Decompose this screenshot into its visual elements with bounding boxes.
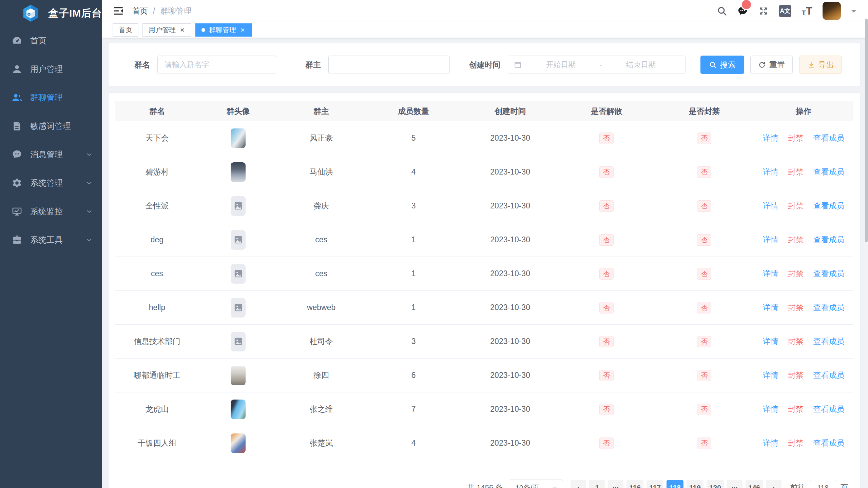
group-avatar bbox=[231, 298, 246, 318]
dissolved-badge: 否 bbox=[599, 133, 614, 144]
tab-user-management[interactable]: 用户管理 bbox=[142, 23, 191, 37]
ban-link[interactable]: 封禁 bbox=[788, 167, 804, 176]
ban-link[interactable]: 封禁 bbox=[788, 439, 804, 447]
ban-link[interactable]: 封禁 bbox=[788, 337, 804, 346]
view-members-link[interactable]: 查看成员 bbox=[813, 303, 844, 312]
ban-link[interactable]: 封禁 bbox=[788, 405, 804, 413]
view-members-link[interactable]: 查看成员 bbox=[813, 269, 844, 278]
detail-link[interactable]: 详情 bbox=[763, 134, 778, 142]
created-time-cell: 2023-10-30 bbox=[462, 426, 558, 460]
doc-icon bbox=[12, 121, 22, 131]
chevron-down-icon[interactable] bbox=[851, 10, 856, 15]
owner-input[interactable] bbox=[328, 56, 450, 74]
ban-link[interactable]: 封禁 bbox=[788, 134, 804, 142]
group-avatar-cell bbox=[199, 426, 278, 460]
reset-button[interactable]: 重置 bbox=[750, 56, 793, 74]
sidebar-fold-icon[interactable] bbox=[113, 5, 124, 17]
view-members-link[interactable]: 查看成员 bbox=[813, 235, 844, 244]
view-members-link[interactable]: 查看成员 bbox=[813, 371, 844, 380]
group-avatar bbox=[231, 332, 246, 351]
sidebar-item-sensitive-words[interactable]: 敏感词管理 bbox=[0, 112, 102, 140]
page-button-117[interactable]: 117 bbox=[647, 480, 663, 488]
detail-link[interactable]: 详情 bbox=[763, 303, 778, 312]
banned-cell: 否 bbox=[655, 325, 754, 359]
sidebar-item-user-management[interactable]: 用户管理 bbox=[0, 55, 102, 83]
detail-link[interactable]: 详情 bbox=[763, 201, 778, 210]
ban-link[interactable]: 封禁 bbox=[788, 371, 804, 380]
page-button-116[interactable]: 116 bbox=[626, 480, 643, 488]
tab-group-management[interactable]: 群聊管理 bbox=[195, 23, 252, 37]
font-size-icon[interactable]: TT bbox=[802, 6, 812, 16]
group-avatar-cell bbox=[199, 392, 278, 426]
chevron-down-icon bbox=[85, 236, 93, 244]
detail-link[interactable]: 详情 bbox=[763, 439, 778, 447]
group-avatar bbox=[231, 196, 246, 216]
group-avatar bbox=[231, 433, 246, 453]
table-row: 碧游村 马仙洪 4 2023-10-30 否 否 详情 封禁 查看成员 bbox=[115, 155, 853, 189]
col-dissolved: 是否解散 bbox=[558, 101, 655, 121]
tab-home[interactable]: 首页 bbox=[113, 23, 138, 37]
next-page-button[interactable]: › bbox=[766, 480, 782, 488]
breadcrumb-home[interactable]: 首页 bbox=[132, 6, 148, 16]
detail-link[interactable]: 详情 bbox=[763, 371, 778, 380]
created-time-cell: 2023-10-30 bbox=[462, 223, 558, 257]
dissolved-badge: 否 bbox=[599, 234, 614, 246]
detail-link[interactable]: 详情 bbox=[763, 337, 778, 346]
detail-link[interactable]: 详情 bbox=[763, 167, 778, 176]
group-name-cell: 天下会 bbox=[115, 121, 199, 155]
page-button-120[interactable]: 120 bbox=[707, 480, 724, 488]
app-logo-icon bbox=[22, 4, 40, 22]
group-name-input[interactable] bbox=[157, 56, 276, 74]
end-date-placeholder[interactable]: 结束日期 bbox=[602, 60, 680, 70]
ellipsis-button[interactable]: ••• bbox=[608, 480, 623, 488]
ban-link[interactable]: 封禁 bbox=[788, 269, 804, 278]
close-icon[interactable] bbox=[179, 27, 185, 33]
view-members-link[interactable]: 查看成员 bbox=[813, 405, 844, 413]
start-date-placeholder[interactable]: 开始日期 bbox=[522, 60, 600, 70]
dissolved-badge: 否 bbox=[599, 166, 614, 178]
ban-link[interactable]: 封禁 bbox=[788, 235, 804, 244]
language-icon[interactable]: A文 bbox=[779, 5, 791, 17]
page-button-119[interactable]: 119 bbox=[687, 480, 703, 488]
view-members-link[interactable]: 查看成员 bbox=[813, 167, 844, 176]
close-icon[interactable] bbox=[240, 27, 246, 33]
sidebar-item-group-management[interactable]: 群聊管理 bbox=[0, 83, 102, 112]
page-button-118[interactable]: 118 bbox=[667, 480, 683, 488]
view-members-link[interactable]: 查看成员 bbox=[813, 439, 844, 447]
avatar[interactable] bbox=[823, 2, 841, 20]
scrollbar[interactable] bbox=[865, 19, 868, 242]
view-members-link[interactable]: 查看成员 bbox=[813, 134, 844, 142]
total-count: 共 1456 条 bbox=[467, 483, 503, 488]
date-range-picker[interactable]: 开始日期 - 结束日期 bbox=[508, 56, 686, 74]
group-name-cell: ces bbox=[115, 257, 199, 291]
fullscreen-icon[interactable] bbox=[758, 6, 769, 16]
sidebar-item-system-management[interactable]: 系统管理 bbox=[0, 169, 102, 197]
sidebar-item-home[interactable]: 首页 bbox=[0, 26, 102, 55]
sidebar-item-system-tools[interactable]: 系统工具 bbox=[0, 226, 102, 254]
page-button-1[interactable]: 1 bbox=[589, 480, 605, 488]
detail-link[interactable]: 详情 bbox=[763, 235, 778, 244]
ban-link[interactable]: 封禁 bbox=[788, 303, 804, 312]
group-owner-cell: 龚庆 bbox=[278, 189, 365, 223]
page-button-146[interactable]: 146 bbox=[746, 480, 763, 488]
ellipsis-button[interactable]: ••• bbox=[727, 480, 742, 488]
notification-badge bbox=[741, 0, 752, 10]
sidebar-item-system-monitor[interactable]: 系统监控 bbox=[0, 197, 102, 226]
view-members-link[interactable]: 查看成员 bbox=[813, 337, 844, 346]
page-size-select[interactable]: 10条/页 bbox=[509, 480, 563, 488]
detail-link[interactable]: 详情 bbox=[763, 405, 778, 413]
ban-link[interactable]: 封禁 bbox=[788, 201, 804, 210]
messages-icon[interactable] bbox=[737, 6, 748, 16]
goto-page-input[interactable] bbox=[810, 480, 836, 488]
banned-badge: 否 bbox=[697, 370, 711, 381]
group-owner-cell: ces bbox=[278, 257, 365, 291]
dissolved-cell: 否 bbox=[558, 392, 655, 426]
search-icon[interactable] bbox=[717, 6, 727, 16]
search-button[interactable]: 搜索 bbox=[700, 56, 744, 74]
view-members-link[interactable]: 查看成员 bbox=[813, 201, 844, 210]
export-button[interactable]: 导出 bbox=[799, 56, 842, 74]
dissolved-badge: 否 bbox=[599, 370, 614, 381]
detail-link[interactable]: 详情 bbox=[763, 269, 778, 278]
prev-page-button[interactable]: ‹ bbox=[571, 480, 586, 488]
sidebar-item-message-management[interactable]: 消息管理 bbox=[0, 140, 102, 169]
